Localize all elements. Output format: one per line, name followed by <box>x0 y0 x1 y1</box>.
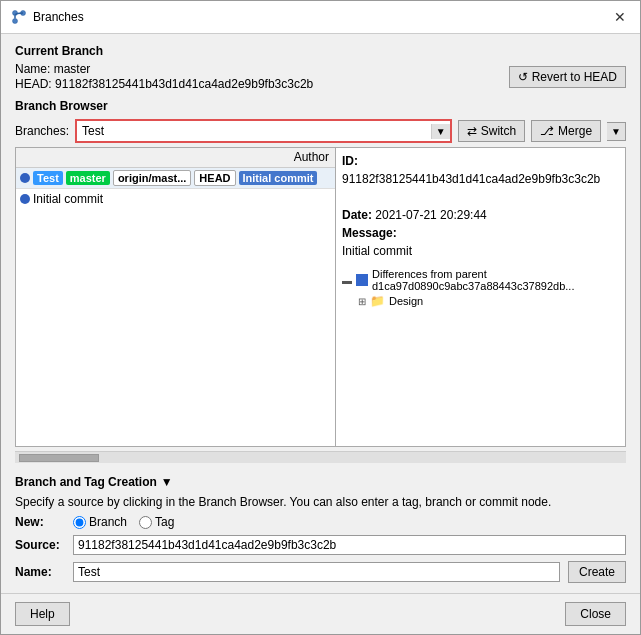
branches-label: Branches: <box>15 124 69 138</box>
horizontal-scrollbar[interactable] <box>15 451 626 463</box>
tag-radio-label[interactable]: Tag <box>139 515 174 529</box>
left-panel: Author Test master origin/mast... HEAD I… <box>16 148 336 446</box>
branch-browser-section: Branch Browser Branches: ▼ ⇄ Switch ⎇ Me… <box>15 99 626 463</box>
branch-radio-text: Branch <box>89 515 127 529</box>
branches-row: Branches: ▼ ⇄ Switch ⎇ Merge ▼ <box>15 119 626 143</box>
branch-radio[interactable] <box>73 516 86 529</box>
branch-radio-label[interactable]: Branch <box>73 515 127 529</box>
commit-row[interactable]: Initial commit <box>16 189 335 209</box>
right-panel: ID: 91182f38125441b43d1d41ca4ad2e9b9fb3c… <box>336 148 625 446</box>
dialog-title: Branches <box>33 10 84 24</box>
close-label: Close <box>580 607 611 621</box>
branch-icon <box>11 9 27 25</box>
name-value: master <box>54 62 91 76</box>
source-label: Source: <box>15 538 65 552</box>
diff-text: Differences from parent d1ca97d0890c9abc… <box>372 268 619 292</box>
source-input[interactable] <box>73 535 626 555</box>
revert-icon: ↺ <box>518 70 528 84</box>
switch-icon: ⇄ <box>467 124 477 138</box>
current-branch-label: Current Branch <box>15 44 626 58</box>
help-button[interactable]: Help <box>15 602 70 626</box>
merge-label: Merge <box>558 124 592 138</box>
commit-detail: ID: 91182f38125441b43d1d41ca4ad2e9b9fb3c… <box>342 152 619 260</box>
date-label: Date: <box>342 208 375 222</box>
head-value: 91182f38125441b43d1d41ca4ad2e9b9fb3c3c2b <box>55 77 313 91</box>
branch-head-row: HEAD: 91182f38125441b43d1d41ca4ad2e9b9fb… <box>15 77 313 91</box>
tag-test: Test <box>33 171 63 185</box>
folder-icon: 📁 <box>370 294 385 308</box>
tag-origin: origin/mast... <box>113 170 191 186</box>
close-icon-button[interactable]: ✕ <box>610 7 630 27</box>
head-label: HEAD: <box>15 77 52 91</box>
id-label: ID: <box>342 154 358 168</box>
commit-text: Initial commit <box>33 192 103 206</box>
name-input[interactable] <box>73 562 560 582</box>
branches-dialog: Branches ✕ Current Branch Name: master H… <box>0 0 641 635</box>
dialog-footer: Help Close <box>1 593 640 634</box>
dialog-content: Current Branch Name: master HEAD: 91182f… <box>1 34 640 593</box>
current-branch-info: Name: master HEAD: 91182f38125441b43d1d4… <box>15 62 313 91</box>
column-header: Author <box>16 148 335 168</box>
help-label: Help <box>30 607 55 621</box>
new-label: New: <box>15 515 65 529</box>
diff-section: ▬ Differences from parent d1ca97d0890c9a… <box>342 268 619 308</box>
name-label: Name: <box>15 62 50 76</box>
close-dialog-button[interactable]: Close <box>565 602 626 626</box>
svg-point-2 <box>13 19 18 24</box>
tag-head: HEAD <box>194 170 235 186</box>
creation-description: Specify a source by clicking in the Bran… <box>15 495 626 509</box>
browser-panels: Author Test master origin/mast... HEAD I… <box>15 147 626 447</box>
branch-dot <box>20 173 30 183</box>
branch-list[interactable]: Test master origin/mast... HEAD Initial … <box>16 168 335 446</box>
merge-icon: ⎇ <box>540 124 554 138</box>
merge-dropdown-arrow[interactable]: ▼ <box>607 122 626 141</box>
author-column-header: Author <box>288 148 335 167</box>
switch-label: Switch <box>481 124 516 138</box>
merge-button[interactable]: ⎇ Merge <box>531 120 601 142</box>
revert-label: Revert to HEAD <box>532 70 617 84</box>
branch-tags-row[interactable]: Test master origin/mast... HEAD Initial … <box>16 168 335 189</box>
revert-to-head-button[interactable]: ↺ Revert to HEAD <box>509 66 626 88</box>
expand-icon: ▬ <box>342 275 352 286</box>
branch-browser-label: Branch Browser <box>15 99 626 113</box>
diff-color-box <box>356 274 368 286</box>
message-label: Message: <box>342 226 397 240</box>
new-row: New: Branch Tag <box>15 515 626 529</box>
tag-radio[interactable] <box>139 516 152 529</box>
message-value: Initial commit <box>342 244 412 258</box>
branches-input[interactable] <box>77 121 431 141</box>
creation-label: Branch and Tag Creation <box>15 475 157 489</box>
commit-dot <box>20 194 30 204</box>
name-row: Name: Create <box>15 561 626 583</box>
creation-header: Branch and Tag Creation ▼ <box>15 475 626 489</box>
switch-button[interactable]: ⇄ Switch <box>458 120 525 142</box>
create-label: Create <box>579 565 615 579</box>
source-row: Source: <box>15 535 626 555</box>
tag-initial-commit: Initial commit <box>239 171 318 185</box>
current-branch-section: Current Branch Name: master HEAD: 91182f… <box>15 44 626 91</box>
scrollbar-thumb[interactable] <box>19 454 99 462</box>
tag-radio-text: Tag <box>155 515 174 529</box>
folder-row: ⊞ 📁 Design <box>342 294 619 308</box>
tag-master: master <box>66 171 110 185</box>
branch-tag-creation-section: Branch and Tag Creation ▼ Specify a sour… <box>15 471 626 583</box>
branches-input-wrapper[interactable]: ▼ <box>75 119 452 143</box>
current-branch-row: Name: master HEAD: 91182f38125441b43d1d4… <box>15 62 626 91</box>
folder-name: Design <box>389 295 423 307</box>
title-bar-left: Branches <box>11 9 84 25</box>
title-bar: Branches ✕ <box>1 1 640 34</box>
create-button[interactable]: Create <box>568 561 626 583</box>
id-value: 91182f38125441b43d1d41ca4ad2e9b9fb3c3c2b <box>342 172 600 186</box>
date-value: 2021-07-21 20:29:44 <box>375 208 486 222</box>
name-label: Name: <box>15 565 65 579</box>
branches-dropdown-arrow[interactable]: ▼ <box>431 124 450 139</box>
radio-group: Branch Tag <box>73 515 174 529</box>
branch-name-row: Name: master <box>15 62 313 76</box>
folder-expand-icon: ⊞ <box>358 296 366 307</box>
diff-row: ▬ Differences from parent d1ca97d0890c9a… <box>342 268 619 292</box>
creation-chevron: ▼ <box>161 475 173 489</box>
